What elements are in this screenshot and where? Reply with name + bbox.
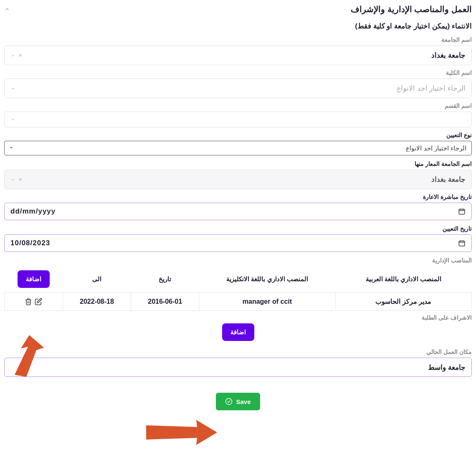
label-admin-positions: المناصب الإدارية <box>4 257 472 264</box>
edit-icon[interactable] <box>35 298 42 305</box>
loan-start-date-input[interactable]: dd/mm/yyyy <box>4 203 472 220</box>
calendar-icon[interactable] <box>458 239 466 247</box>
col-date-from: تاريخ <box>131 266 199 292</box>
admin-positions-table: المنصب الاداري باللغة العربية المنصب الا… <box>4 266 472 311</box>
check-circle-icon <box>225 398 233 405</box>
col-position-en: المنصب الاداري باللغة الانكليزية <box>199 266 335 292</box>
add-position-button[interactable]: اضافة <box>18 270 50 288</box>
chevron-down-icon <box>10 117 15 122</box>
label-loaned-university: اسم الجامعة المعار منها <box>4 160 472 167</box>
save-button-label: Save <box>236 398 251 405</box>
college-select[interactable]: الرجاء اختيار احد الانواع <box>4 79 472 98</box>
university-value: جامعة بغداد <box>431 51 466 60</box>
collapse-icon[interactable] <box>4 6 10 12</box>
chevron-down-icon <box>10 86 15 91</box>
appointment-type-native[interactable]: الرجاء اختيار احد الانواع <box>5 141 471 155</box>
chevron-down-icon <box>10 177 15 182</box>
cell-position-en: manager of ccit <box>199 292 335 311</box>
add-supervision-button[interactable]: اضافة <box>222 323 254 341</box>
label-appointment-type: نوع التعيين <box>4 132 472 138</box>
current-workplace-input[interactable] <box>4 358 472 377</box>
col-add: اضافة <box>5 266 63 292</box>
college-placeholder: الرجاء اختيار احد الانواع <box>397 84 466 93</box>
table-row: مدير مركز الحاسوب manager of ccit 2016-0… <box>5 292 472 311</box>
affiliation-heading: الانتماء (يمكن اختيار جامعة او كلية فقط) <box>4 22 472 30</box>
cell-date-from: 2016-06-01 <box>131 292 199 311</box>
label-university: اسم الجامعة <box>4 36 472 43</box>
appointment-date-value: 10/08/2023 <box>10 239 50 247</box>
svg-rect-0 <box>459 209 465 214</box>
label-department: اسم القسم <box>4 102 472 109</box>
university-select[interactable]: جامعة بغداد × <box>4 46 472 65</box>
loaned-university-select[interactable]: جامعة بغداد × <box>4 170 472 189</box>
col-date-to: الى <box>63 266 131 292</box>
label-student-supervision: الاشراف على الطلبة <box>4 314 472 321</box>
label-college: اسم الكلية <box>4 69 472 76</box>
save-button[interactable]: Save <box>216 393 260 410</box>
label-appointment-date: تاريخ التعيين <box>4 225 472 232</box>
svg-point-8 <box>226 399 232 405</box>
col-position-ar: المنصب الاداري باللغة العربية <box>335 266 471 292</box>
cell-position-ar: مدير مركز الحاسوب <box>335 292 471 311</box>
cell-actions <box>5 292 63 311</box>
clear-icon[interactable]: × <box>19 176 22 183</box>
chevron-down-icon <box>10 53 15 58</box>
calendar-icon[interactable] <box>458 208 466 215</box>
section-title: العمل والمناصب الإدارية والإشراف <box>351 4 472 14</box>
label-loan-start-date: تاريخ مباشرة الاعارة <box>4 193 472 200</box>
appointment-date-input[interactable]: 10/08/2023 <box>4 234 472 252</box>
department-select[interactable] <box>4 112 472 127</box>
clear-icon[interactable]: × <box>19 52 22 58</box>
label-current-workplace: مكان العمل الحالي <box>4 348 472 355</box>
loan-start-date-value: dd/mm/yyyy <box>10 207 56 216</box>
appointment-type-select[interactable]: الرجاء اختيار احد الانواع <box>4 141 472 155</box>
trash-icon[interactable] <box>25 298 32 305</box>
svg-rect-4 <box>459 241 465 246</box>
cell-date-to: 2022-08-18 <box>63 292 131 311</box>
loaned-university-value: جامعة بغداد <box>431 175 466 184</box>
